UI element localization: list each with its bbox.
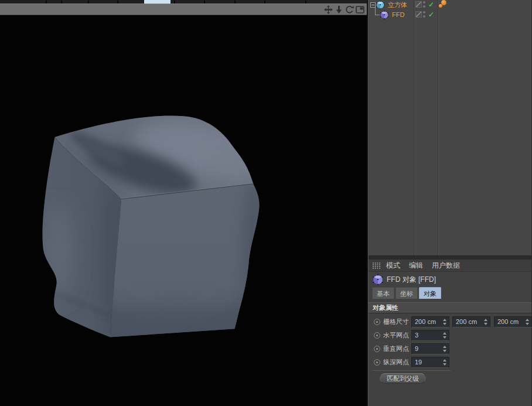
- object-title: FFD 对象 [FFD]: [387, 272, 436, 286]
- viewport[interactable]: [0, 15, 367, 406]
- keyframe-ring-icon[interactable]: [374, 332, 380, 339]
- grid-size-x-field[interactable]: 200 cm: [411, 316, 449, 327]
- phong-tag-icon[interactable]: [439, 0, 447, 9]
- keyframe-ring-icon[interactable]: [374, 359, 380, 366]
- tree-connector: [375, 8, 380, 15]
- tab-coordinates[interactable]: 坐标: [395, 287, 418, 299]
- object-row-ffd[interactable]: FFD ✓: [369, 10, 531, 20]
- attribute-manager: 模式 编辑 用户数据 FFD 对象 [FFD] 基本: [369, 260, 531, 406]
- enabled-check-icon[interactable]: ✓: [427, 0, 436, 10]
- viewport-header: [0, 4, 367, 15]
- section-header-object-properties[interactable]: 对象属性: [369, 302, 531, 313]
- object-row-cube[interactable]: 立方体 ✓: [369, 0, 531, 10]
- attr-label: 水平网点: [383, 329, 409, 342]
- spinner-icon[interactable]: [484, 319, 488, 325]
- horizontal-points-field[interactable]: 3: [411, 330, 449, 341]
- attr-row-depth-points: 纵深网点 19: [369, 356, 531, 369]
- om-column-divider: [437, 0, 438, 255]
- menu-item-mode[interactable]: 模式: [386, 260, 400, 272]
- spinner-icon[interactable]: [443, 359, 447, 366]
- grid-size-z-field[interactable]: 200 cm: [494, 316, 532, 327]
- pan-icon[interactable]: [324, 5, 333, 14]
- tab-basic[interactable]: 基本: [372, 287, 394, 299]
- layer-toggle-icon[interactable]: [415, 1, 422, 8]
- keyframe-ring-icon[interactable]: [374, 346, 380, 352]
- visibility-dots-icon[interactable]: [423, 11, 426, 18]
- object-title-row: FFD 对象 [FFD]: [369, 272, 531, 286]
- om-column-divider: [414, 0, 415, 255]
- attr-label: 栅格尺寸: [383, 315, 409, 329]
- vertical-points-field[interactable]: 9: [411, 343, 449, 354]
- attr-label: 垂直网点: [383, 342, 409, 356]
- ffd-icon: [373, 274, 383, 285]
- tab-object[interactable]: 对象: [419, 287, 441, 299]
- attribute-manager-icon: [372, 262, 381, 269]
- menu-item-userdata[interactable]: 用户数据: [432, 260, 460, 272]
- expander-icon[interactable]: [370, 2, 376, 8]
- menu-item-edit[interactable]: 编辑: [409, 260, 423, 272]
- application-window: 立方体 ✓ FFD ✓: [0, 0, 532, 406]
- toggle-view-icon[interactable]: [356, 5, 364, 14]
- attribute-menu-bar: 模式 编辑 用户数据: [369, 260, 531, 272]
- ffd-icon[interactable]: [380, 11, 388, 19]
- spinner-icon[interactable]: [443, 332, 447, 339]
- depth-points-field[interactable]: 19: [411, 357, 449, 368]
- deformed-cube-render: [0, 15, 367, 406]
- spinner-icon[interactable]: [526, 319, 530, 325]
- object-label-cube[interactable]: 立方体: [388, 0, 407, 10]
- right-panel: 立方体 ✓ FFD ✓: [368, 0, 532, 406]
- attr-row-grid-size: 栅格尺寸 200 cm 200 cm 200 cm: [369, 315, 531, 329]
- spinner-icon[interactable]: [443, 319, 447, 325]
- dolly-icon[interactable]: [335, 5, 343, 14]
- keyframe-ring-icon[interactable]: [374, 319, 380, 325]
- grid-size-y-field[interactable]: 200 cm: [452, 316, 490, 327]
- attr-row-vertical-points: 垂直网点 9: [369, 342, 531, 356]
- attr-row-horizontal-points: 水平网点 3: [369, 329, 531, 342]
- attribute-tabs: 基本 坐标 对象: [372, 287, 441, 299]
- visibility-dots-icon[interactable]: [423, 1, 426, 8]
- spinner-icon[interactable]: [443, 346, 447, 352]
- enabled-check-icon[interactable]: ✓: [427, 10, 436, 20]
- group-separator: [372, 370, 451, 371]
- rotate-icon[interactable]: [345, 5, 354, 14]
- object-manager: 立方体 ✓ FFD ✓: [369, 0, 531, 256]
- match-to-parent-button[interactable]: 匹配到父级: [380, 373, 426, 384]
- attr-label: 纵深网点: [383, 356, 409, 369]
- object-label-ffd[interactable]: FFD: [392, 10, 404, 20]
- layer-toggle-icon[interactable]: [415, 11, 422, 18]
